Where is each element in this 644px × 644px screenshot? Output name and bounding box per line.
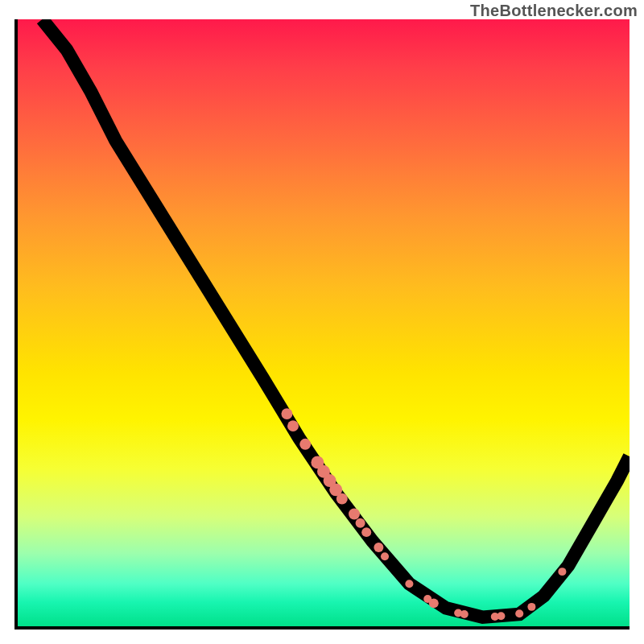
plot-area [14,19,630,630]
data-marker [381,552,389,560]
data-marker [460,610,469,618]
data-marker [374,543,383,552]
data-marker [429,598,439,608]
data-marker [405,580,413,588]
data-marker [356,518,365,528]
data-marker [527,603,535,611]
data-marker [287,420,299,431]
data-marker [336,493,348,505]
data-marker [558,568,566,576]
data-marker [281,408,292,419]
data-marker [349,509,360,520]
chart-container: TheBottlenecker.com [0,0,644,644]
chart-svg [18,19,630,626]
bottleneck-curve [42,19,630,617]
data-marker [515,609,523,617]
watermark-text: TheBottlenecker.com [470,2,638,20]
data-marker [299,439,311,450]
data-marker [361,527,371,537]
data-marker [497,612,505,620]
